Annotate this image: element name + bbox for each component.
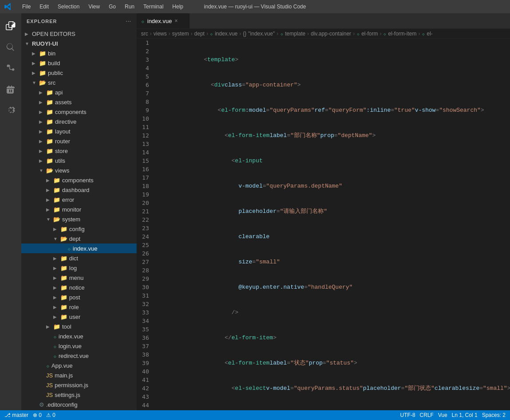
tree-item-views-index-vue[interactable]: ▶ ⬦ index.vue [21,331,137,341]
activity-extensions[interactable] [0,100,21,122]
menu-terminal[interactable]: Terminal [140,3,167,11]
tree-item-editorconfig[interactable]: ▶ ⚙ .editorconfig [21,400,137,409]
log-arrow: ▶ [53,266,60,271]
tree-item-role[interactable]: ▶ 📁 role [21,302,137,312]
dict-label: dict [69,255,78,262]
tree-item-settings-js[interactable]: ▶ JS settings.js [21,390,137,400]
tree-item-monitor[interactable]: ▶ 📁 monitor [21,204,137,214]
line-ending[interactable]: CRLF [420,412,433,418]
tree-item-router[interactable]: ▶ 📁 router [21,136,137,146]
tree-item-log[interactable]: ▶ 📁 log [21,263,137,273]
tab-index-vue[interactable]: ⬦ index.vue × [137,13,190,28]
bc-dept[interactable]: dept [194,31,204,37]
tree-item-store[interactable]: ▶ 📁 store [21,146,137,156]
code-line-10: @keyup.enter.native="handleQuery" [158,283,510,291]
tree-item-components[interactable]: ▶ 📁 components [21,107,137,117]
tree-item-dept[interactable]: ▼ 📂 dept [21,234,137,243]
warning-count[interactable]: ⚠ 0 [46,412,55,418]
tree-item-main-js[interactable]: ▶ JS main.js [21,370,137,380]
more-icon[interactable]: ··· [126,19,131,24]
bc-el[interactable]: el- [427,31,432,37]
tree-item-public[interactable]: ▶ 📁 public [21,68,137,78]
settings-js-label: settings.js [55,392,80,398]
language-mode[interactable]: Vue [438,412,447,418]
ln-19: 19 [137,190,153,199]
tree-item-build[interactable]: ▶ 📁 build [21,58,137,68]
ln-25: 25 [137,241,153,249]
api-label: api [55,89,63,96]
tree-item-views[interactable]: ▼ 📂 views [21,165,137,175]
tree-item-directive[interactable]: ▶ 📁 directive [21,117,137,126]
tree-item-assets[interactable]: ▶ 📁 assets [21,97,137,107]
bc-system[interactable]: system [172,31,189,37]
tree-item-views-components[interactable]: ▶ 📁 components [21,175,137,185]
activity-scm[interactable] [0,58,21,79]
bc-src[interactable]: src [141,31,148,37]
tree-item-bin[interactable]: ▶ 📁 bin [21,48,137,58]
ln-26: 26 [137,249,153,258]
menu-help[interactable]: Help [169,3,187,11]
tree-item-system[interactable]: ▼ 📂 system [21,214,137,224]
redirect-vue-label: redirect.vue [59,353,89,359]
git-branch[interactable]: ⎇ master [4,412,28,418]
tree-item-dict[interactable]: ▶ 📁 dict [21,253,137,263]
tree-item-error[interactable]: ▶ 📁 error [21,195,137,204]
cursor-position[interactable]: Ln 1, Col 1 [452,412,478,418]
open-editors-section[interactable]: ▶ OPEN EDITORS [21,29,137,39]
bc-views[interactable]: views [153,31,167,37]
menu-view[interactable]: View [85,3,103,11]
bc-template-icon: ⬦ [280,31,283,37]
tree-item-api[interactable]: ▶ 📁 api [21,87,137,97]
ln-42: 42 [137,384,153,393]
tree-item-app-vue[interactable]: ▶ ⬦ App.vue [21,361,137,370]
tree-item-permission-js[interactable]: ▶ JS permission.js [21,380,137,390]
bc-template[interactable]: template [285,31,306,37]
root-folder[interactable]: ▼ RUOYI-UI [21,39,137,48]
bc-quoted[interactable]: "index.vue" [248,31,275,37]
activity-explorer[interactable] [0,15,21,36]
ln-40: 40 [137,367,153,376]
tree-item-tool[interactable]: ▶ 📁 tool [21,322,137,331]
tree-item-dashboard[interactable]: ▶ 📁 dashboard [21,185,137,195]
tree-item-config[interactable]: ▶ 📁 config [21,224,137,234]
tree-item-user[interactable]: ▶ 📁 user [21,312,137,322]
vscode-icon [4,3,12,10]
bc-el-icon: ⬦ [422,31,425,37]
tree-item-redirect-vue[interactable]: ▶ ⬦ redirect.vue [21,351,137,361]
menu-edit[interactable]: Edit [36,3,52,11]
bc-el-form-item[interactable]: el-form-item [388,31,416,37]
activity-debug[interactable] [0,79,21,100]
tree-item-src[interactable]: ▼ 📂 src [21,78,137,87]
indent-info[interactable]: Spaces: 2 [482,412,506,418]
tool-arrow: ▶ [46,324,53,329]
tree-item-menu[interactable]: ▶ 📁 menu [21,273,137,283]
directive-arrow: ▶ [39,119,46,124]
notice-arrow: ▶ [53,285,60,290]
error-count[interactable]: ⊗ 0 [33,412,42,418]
bc-div[interactable]: div.app-container [311,31,351,37]
folder-icon: 📁 [60,265,67,271]
activity-bar [0,13,21,410]
menu-file[interactable]: File [19,3,34,11]
menu-go[interactable]: Go [105,3,119,11]
ln-22: 22 [137,216,153,224]
tree-item-login-vue[interactable]: ▶ ⬦ login.vue [21,341,137,351]
tree-item-post[interactable]: ▶ 📁 post [21,292,137,302]
tab-vue-icon: ⬦ [141,18,145,24]
code-editor[interactable]: <template> <div class="app-container"> <… [158,39,510,410]
bc-braces[interactable]: {} [243,31,247,37]
views-index-vue-label: index.vue [59,333,83,340]
menu-run[interactable]: Run [121,3,138,11]
tree-item-utils[interactable]: ▶ 📁 utils [21,156,137,165]
tree-item-notice[interactable]: ▶ 📁 notice [21,283,137,292]
root-arrow: ▼ [25,41,32,46]
activity-search[interactable] [0,36,21,58]
tab-close-button[interactable]: × [175,18,178,24]
encoding[interactable]: UTF-8 [400,412,415,418]
bc-file[interactable]: index.vue [215,31,237,37]
tree-item-layout[interactable]: ▶ 📁 layout [21,126,137,136]
bc-el-form[interactable]: el-form [361,31,378,37]
menu-selection[interactable]: Selection [54,3,83,11]
status-bar: ⎇ master ⊗ 0 ⚠ 0 UTF-8 CRLF Vue Ln 1, Co… [0,410,510,420]
tree-item-index-vue[interactable]: ▶ ⬦ index.vue [21,243,137,253]
